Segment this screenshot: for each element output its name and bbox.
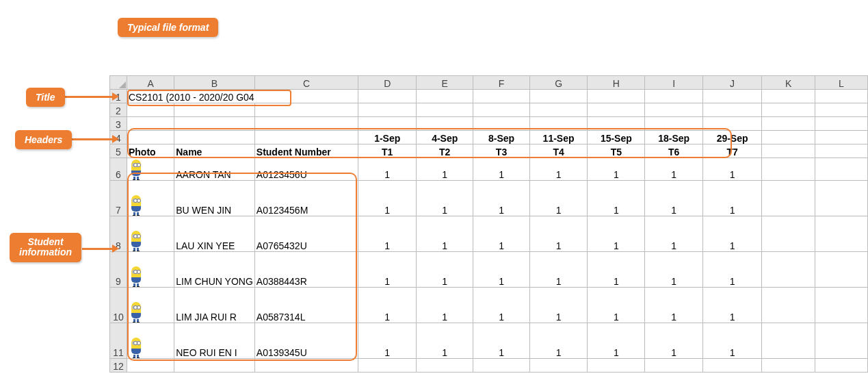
column-header[interactable]: L [815, 76, 867, 90]
column-header[interactable]: C [254, 76, 358, 90]
student-number-cell[interactable]: A0139345U [254, 323, 358, 359]
attendance-cell[interactable]: 1 [529, 323, 587, 359]
attendance-cell[interactable]: 1 [588, 216, 645, 252]
attendance-cell[interactable]: 1 [702, 216, 762, 252]
attendance-cell[interactable]: 1 [588, 252, 645, 288]
row-header[interactable]: 6 [110, 158, 127, 181]
student-number-cell[interactable]: A0587314L [254, 288, 358, 323]
attendance-cell[interactable]: 1 [529, 181, 587, 216]
title-cell[interactable]: CS2101 (2010 - 2020/20 G04 [127, 90, 358, 103]
attendance-cell[interactable]: 1 [645, 181, 702, 216]
row-header[interactable]: 2 [110, 103, 127, 117]
column-header[interactable]: H [588, 76, 645, 90]
column-header[interactable]: A [127, 76, 174, 90]
name-cell[interactable]: NEO RUI EN I [174, 323, 255, 359]
attendance-cell[interactable]: 1 [417, 288, 473, 323]
attendance-cell[interactable]: 1 [702, 181, 762, 216]
t-header-cell[interactable]: T6 [645, 144, 702, 158]
column-header[interactable]: B [174, 76, 255, 90]
attendance-cell[interactable]: 1 [588, 288, 645, 323]
name-cell[interactable]: AARON TAN [174, 158, 255, 181]
column-header[interactable]: K [762, 76, 815, 90]
attendance-cell[interactable]: 1 [473, 158, 530, 181]
name-cell[interactable]: LIM CHUN YONG [174, 252, 255, 288]
row-header[interactable]: 12 [110, 359, 127, 373]
attendance-cell[interactable]: 1 [529, 288, 587, 323]
row-header[interactable]: 7 [110, 181, 127, 216]
header-photo[interactable]: Photo [127, 144, 174, 158]
attendance-cell[interactable]: 1 [702, 158, 762, 181]
row-header[interactable]: 10 [110, 288, 127, 323]
attendance-cell[interactable]: 1 [702, 288, 762, 323]
column-header[interactable]: J [702, 76, 762, 90]
attendance-cell[interactable]: 1 [645, 252, 702, 288]
attendance-cell[interactable]: 1 [645, 158, 702, 181]
name-cell[interactable]: LAU XIN YEE [174, 216, 255, 252]
student-number-cell[interactable]: A0765432U [254, 216, 358, 252]
attendance-cell[interactable]: 1 [358, 252, 417, 288]
student-number-cell[interactable]: A0123456U [254, 158, 358, 181]
photo-cell[interactable] [127, 323, 174, 359]
attendance-cell[interactable]: 1 [358, 323, 417, 359]
attendance-cell[interactable]: 1 [645, 323, 702, 359]
column-header[interactable]: E [417, 76, 473, 90]
date-header-cell[interactable]: 8-Sep [473, 131, 530, 144]
name-cell[interactable]: LIM JIA RUI R [174, 288, 255, 323]
attendance-cell[interactable]: 1 [529, 252, 587, 288]
row-header[interactable]: 9 [110, 252, 127, 288]
name-cell[interactable]: BU WEN JIN [174, 181, 255, 216]
attendance-cell[interactable]: 1 [358, 181, 417, 216]
attendance-cell[interactable]: 1 [473, 181, 530, 216]
row-header[interactable]: 3 [110, 117, 127, 131]
column-header[interactable]: I [645, 76, 702, 90]
attendance-cell[interactable]: 1 [358, 158, 417, 181]
t-header-cell[interactable]: T5 [588, 144, 645, 158]
attendance-cell[interactable]: 1 [645, 288, 702, 323]
attendance-cell[interactable]: 1 [473, 216, 530, 252]
attendance-cell[interactable]: 1 [358, 288, 417, 323]
attendance-cell[interactable]: 1 [588, 323, 645, 359]
date-header-cell[interactable]: 1-Sep [358, 131, 417, 144]
attendance-cell[interactable]: 1 [417, 158, 473, 181]
attendance-cell[interactable]: 1 [417, 252, 473, 288]
attendance-cell[interactable]: 1 [588, 158, 645, 181]
student-number-cell[interactable]: A0123456M [254, 181, 358, 216]
attendance-cell[interactable]: 1 [417, 216, 473, 252]
attendance-cell[interactable]: 1 [529, 216, 587, 252]
column-header[interactable]: D [358, 76, 417, 90]
attendance-cell[interactable]: 1 [702, 252, 762, 288]
row-header[interactable]: 5 [110, 144, 127, 158]
select-all-corner[interactable] [110, 76, 127, 90]
header-name[interactable]: Name [174, 144, 255, 158]
column-header[interactable]: G [529, 76, 587, 90]
attendance-cell[interactable]: 1 [417, 181, 473, 216]
t-header-cell[interactable]: T1 [358, 144, 417, 158]
column-header[interactable]: F [473, 76, 530, 90]
student-number-cell[interactable]: A0388443R [254, 252, 358, 288]
header-student-number[interactable]: Student Number [254, 144, 358, 158]
attendance-cell[interactable]: 1 [473, 323, 530, 359]
date-header-cell[interactable]: 18-Sep [645, 131, 702, 144]
attendance-cell[interactable]: 1 [645, 216, 702, 252]
row-header[interactable]: 11 [110, 323, 127, 359]
photo-cell[interactable] [127, 288, 174, 323]
attendance-cell[interactable]: 1 [473, 252, 530, 288]
t-header-cell[interactable]: T7 [702, 144, 762, 158]
photo-cell[interactable] [127, 216, 174, 252]
date-header-cell[interactable]: 4-Sep [417, 131, 473, 144]
date-header-cell[interactable]: 11-Sep [529, 131, 587, 144]
t-header-cell[interactable]: T3 [473, 144, 530, 158]
photo-cell[interactable] [127, 252, 174, 288]
t-header-cell[interactable]: T2 [417, 144, 473, 158]
attendance-cell[interactable]: 1 [358, 216, 417, 252]
attendance-cell[interactable]: 1 [588, 181, 645, 216]
date-header-cell[interactable]: 15-Sep [588, 131, 645, 144]
photo-cell[interactable] [127, 181, 174, 216]
attendance-cell[interactable]: 1 [473, 288, 530, 323]
attendance-cell[interactable]: 1 [529, 158, 587, 181]
attendance-cell[interactable]: 1 [702, 323, 762, 359]
photo-cell[interactable] [127, 158, 174, 181]
t-header-cell[interactable]: T4 [529, 144, 587, 158]
date-header-cell[interactable]: 29-Sep [702, 131, 762, 144]
attendance-cell[interactable]: 1 [417, 323, 473, 359]
